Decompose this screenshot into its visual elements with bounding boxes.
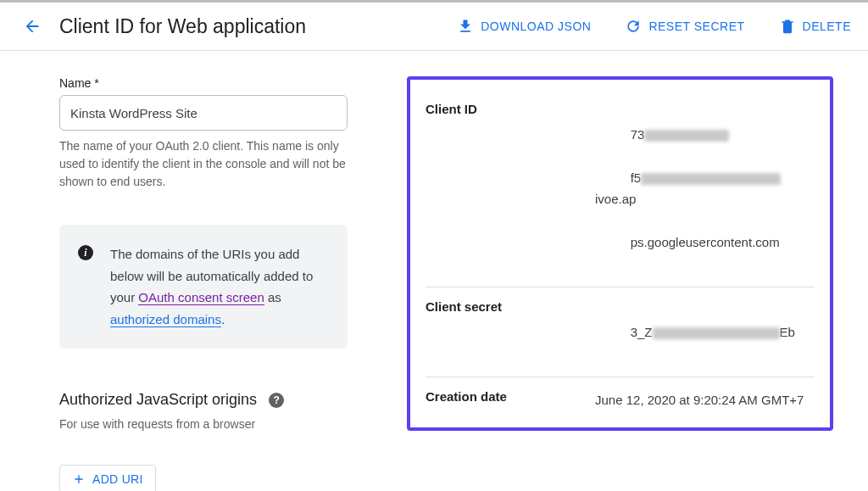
- client-secret-row: Client secret 3_ZEb: [426, 287, 815, 377]
- header-bar: Client ID for Web application DOWNLOAD J…: [0, 0, 868, 51]
- right-column: Client ID 73 f5ivoe.ap ps.googleusercont…: [407, 76, 843, 491]
- js-origins-header: Authorized JavaScript origins ?: [59, 391, 373, 409]
- download-icon: [457, 18, 474, 35]
- download-json-button[interactable]: DOWNLOAD JSON: [457, 18, 591, 35]
- header-actions: DOWNLOAD JSON RESET SECRET DELETE: [457, 18, 851, 35]
- creation-date-value: June 12, 2020 at 9:20:24 AM GMT+7: [595, 389, 815, 411]
- info-icon: i: [78, 245, 93, 260]
- reset-secret-label: RESET SECRET: [648, 20, 744, 33]
- js-origins-title: Authorized JavaScript origins: [59, 391, 257, 409]
- client-secret-label: Client secret: [426, 299, 595, 365]
- name-label: Name *: [59, 76, 373, 90]
- add-uri-label: ADD URI: [92, 472, 143, 486]
- client-secret-value: 3_ZEb: [595, 299, 815, 365]
- refresh-icon: [625, 18, 642, 35]
- delete-label: DELETE: [803, 20, 851, 33]
- name-help-text: The name of your OAuth 2.0 client. This …: [59, 137, 348, 191]
- main-content: Name * The name of your OAuth 2.0 client…: [0, 51, 868, 491]
- client-id-label: Client ID: [426, 102, 595, 116]
- trash-icon: [779, 18, 796, 35]
- js-origins-subtitle: For use with requests from a browser: [59, 417, 373, 431]
- help-icon[interactable]: ?: [269, 393, 284, 408]
- creation-date-label: Creation date: [426, 389, 595, 411]
- redacted-bar: [653, 327, 780, 339]
- redacted-bar: [644, 130, 729, 142]
- oauth-consent-link[interactable]: OAuth consent screen: [138, 290, 264, 305]
- back-button[interactable]: [20, 14, 44, 38]
- reset-secret-button[interactable]: RESET SECRET: [625, 18, 744, 35]
- page-title: Client ID for Web application: [59, 15, 306, 38]
- domains-info-box: i The domains of the URIs you add below …: [59, 225, 348, 349]
- add-uri-button[interactable]: ADD URI: [59, 465, 156, 491]
- left-column: Name * The name of your OAuth 2.0 client…: [59, 76, 373, 491]
- delete-button[interactable]: DELETE: [779, 18, 851, 35]
- client-id-value: 73 f5ivoe.ap ps.googleusercontent.com: [595, 102, 815, 275]
- client-id-row: Client ID 73 f5ivoe.ap ps.googleusercont…: [426, 90, 815, 287]
- plus-icon: [72, 472, 86, 486]
- download-json-label: DOWNLOAD JSON: [481, 20, 591, 33]
- authorized-domains-link[interactable]: authorized domains: [110, 312, 221, 327]
- name-input[interactable]: [59, 95, 348, 131]
- credentials-panel: Client ID 73 f5ivoe.ap ps.googleusercont…: [407, 76, 833, 431]
- arrow-left-icon: [23, 17, 42, 36]
- redacted-bar: [641, 173, 781, 185]
- creation-date-row: Creation date June 12, 2020 at 9:20:24 A…: [426, 377, 815, 423]
- info-text: The domains of the URIs you add below wi…: [110, 243, 327, 330]
